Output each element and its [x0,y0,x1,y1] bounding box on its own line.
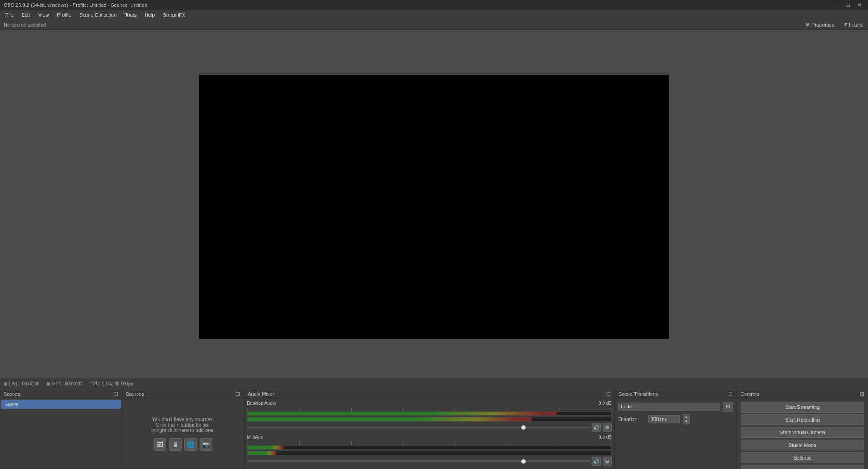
close-button[interactable]: ✕ [854,2,864,8]
scenes-panel-title: Scenes [4,391,20,397]
audio-channel-desktop: Desktop Audio 0.0 dB | | | | | | | | [247,401,612,432]
menu-item-file[interactable]: File [2,11,17,19]
maximize-button[interactable]: □ [844,2,853,8]
bottom-panels: Scenes ⊡ Scene + − ▲ ▼ Sources ⊡ [0,389,868,469]
mic-volume-thumb[interactable] [521,459,526,464]
titlebar-controls: ─ □ ✕ [833,2,864,8]
transition-duration-row: Duration ▲ ▼ [618,414,733,424]
settings-button[interactable]: Settings [741,452,864,463]
cpu-usage: CPU: 0.1%, 30.00 fps [90,381,133,386]
duration-label: Duration [618,417,646,422]
duration-up-button[interactable]: ▲ [683,415,689,419]
statusbar: LIVE: 00:00:00 REC: 00:00:00 CPU: 0.1%, … [0,379,868,389]
sources-empty: You don't have any sources. Click the + … [122,399,244,469]
desktop-audio-controls: 🔊 ⚙ [247,423,612,432]
menu-item-profile[interactable]: Profile [53,11,75,19]
duration-input[interactable] [648,415,680,423]
transition-settings-button[interactable]: ⚙ [723,402,733,412]
menu-item-view[interactable]: View [35,11,53,19]
mic-settings-button[interactable]: ⚙ [603,457,612,466]
statusbar-right: LIVE: 00:00:00 REC: 00:00:00 CPU: 0.1%, … [4,381,133,386]
mic-audio-meter [247,445,612,450]
controls-panel-header: Controls ⊡ [737,389,868,399]
desktop-audio-meter-bar [247,412,557,415]
mic-audio-db: 0.0 dB [599,435,612,440]
desktop-audio-meter-bar2 [247,417,531,421]
source-type-icons: 🖼 🖥 🌐 📷 [154,438,212,451]
start-streaming-button[interactable]: Start Streaming [741,402,864,413]
desktop-audio-db: 0.0 dB [599,401,612,406]
scenes-panel-header: Scenes ⊡ [0,389,122,399]
transition-type-row: Fade Cut Swipe Slide ⚙ [618,402,733,412]
source-camera-icon[interactable]: 📷 [200,438,212,451]
menu-item-streamfx[interactable]: StreamFX [159,11,189,19]
source-display-icon[interactable]: 🖥 [169,438,182,451]
transitions-content: Fade Cut Swipe Slide ⚙ Duration ▲ ▼ [615,399,736,469]
menu-item-edit[interactable]: Edit [18,11,34,19]
minimize-button[interactable]: ─ [833,2,842,8]
audio-panel: Audio Mixer ⊡ Desktop Audio 0.0 dB | | |… [244,389,615,469]
studio-mode-button[interactable]: Studio Mode [741,440,864,450]
scene-item[interactable]: Scene [1,400,121,409]
audio-panel-icon[interactable]: ⊡ [606,391,611,397]
mic-audio-meter-bar [247,446,284,449]
desktop-volume-thumb[interactable] [521,425,526,430]
mic-volume-slider[interactable] [247,460,590,462]
source-image-icon[interactable]: 🖼 [154,438,166,451]
scenes-panel-icon[interactable]: ⊡ [113,391,118,397]
rec-time: 00:00:00 [65,381,82,386]
sources-panel: Sources ⊡ You don't have any sources. Cl… [122,389,244,469]
start-virtual-camera-button[interactable]: Start Virtual Camera [741,427,864,438]
start-recording-button[interactable]: Start Recording [741,414,864,425]
mic-audio-meter-bar2 [247,451,276,455]
transitions-panel-header: Scene Transitions ⊡ [615,389,736,399]
duration-spinner: ▲ ▼ [683,414,690,424]
menu-item-help[interactable]: Help [141,11,159,19]
controls-panel-icon[interactable]: ⊡ [860,391,864,397]
desktop-mute-button[interactable]: 🔊 [592,423,601,432]
rec-dot [47,382,50,386]
live-label: LIVE: [9,381,20,386]
live-dot [4,382,7,386]
gear-icon: ⚙ [805,22,810,28]
mic-mute-button[interactable]: 🔊 [592,457,601,466]
desktop-meter-ticks: | | | | | | | | [247,407,612,411]
desktop-settings-button[interactable]: ⚙ [603,423,612,432]
transition-type-select[interactable]: Fade Cut Swipe Slide [618,403,720,411]
duration-down-button[interactable]: ▼ [683,419,689,424]
desktop-audio-meter [247,411,612,416]
exit-button[interactable]: Exit [741,465,864,469]
desktop-audio-meter2 [247,417,612,422]
scenes-list: Scene [0,399,122,469]
filters-button[interactable]: ⧩ Filters [840,21,866,28]
sources-panel-title: Sources [126,391,144,397]
sources-panel-header: Sources ⊡ [122,389,244,399]
menu-item-scene-collection[interactable]: Scene Collection [76,11,121,19]
transitions-panel-icon[interactable]: ⊡ [728,391,733,397]
scenes-panel: Scenes ⊡ Scene + − ▲ ▼ [0,389,122,469]
controls-content: Start Streaming Start Recording Start Vi… [737,399,868,469]
audio-content: Desktop Audio 0.0 dB | | | | | | | | [244,399,614,469]
mic-audio-label: Mic/Aux [247,435,263,440]
menu-item-tools[interactable]: Tools [121,11,140,19]
titlebar-title: OBS 26.0.2 (64-bit, windows) - Profile: … [4,2,147,8]
menubar: FileEditViewProfileScene CollectionTools… [0,10,868,20]
desktop-audio-label: Desktop Audio [247,401,276,406]
desktop-volume-slider[interactable] [247,427,590,428]
filter-icon: ⧩ [843,22,847,28]
rec-indicator: REC: 00:00:00 [47,381,82,386]
sources-panel-icon[interactable]: ⊡ [236,391,240,397]
audio-panel-header: Audio Mixer ⊡ [244,389,614,399]
main-area: LIVE: 00:00:00 REC: 00:00:00 CPU: 0.1%, … [0,30,868,469]
sources-empty-text: You don't have any sources. Click the + … [151,417,215,433]
titlebar: OBS 26.0.2 (64-bit, windows) - Profile: … [0,0,868,10]
preview-canvas [199,75,669,339]
source-browser-icon[interactable]: 🌐 [184,438,197,451]
audio-channel-desktop-header: Desktop Audio 0.0 dB [247,401,612,406]
properties-bar: No source selected ⚙ Properties ⧩ Filter… [0,20,868,30]
live-time: 00:00:00 [22,381,39,386]
transitions-panel: Scene Transitions ⊡ Fade Cut Swipe Slide… [615,389,737,469]
controls-panel-title: Controls [741,391,759,397]
mic-audio-meter2 [247,451,612,455]
properties-button[interactable]: ⚙ Properties [802,21,838,28]
